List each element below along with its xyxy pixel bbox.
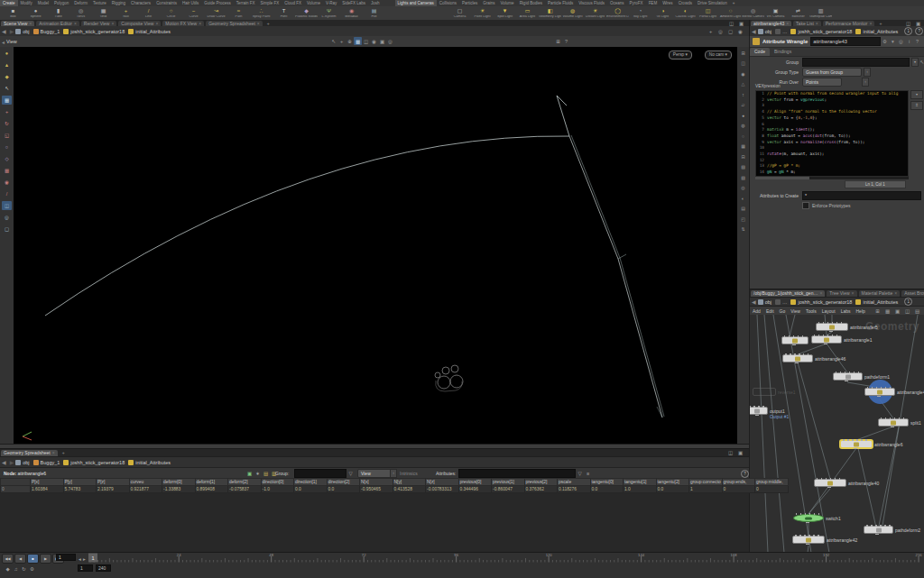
select-visible-icon[interactable]: ◆ bbox=[2, 72, 12, 81]
l-system-tool[interactable]: ΨL-System bbox=[318, 8, 340, 19]
sheet-attributes-field[interactable] bbox=[458, 469, 576, 478]
param-crumb-joshh-stick-generator18[interactable]: joshh_stick_generator18 bbox=[790, 29, 852, 34]
presets-icon[interactable]: ▾ bbox=[889, 38, 897, 46]
snap-grid-icon[interactable]: ▦ bbox=[2, 166, 12, 175]
sphere-tool[interactable]: ●Sphere bbox=[24, 8, 47, 19]
shelf-tab-volume[interactable]: Volume bbox=[304, 0, 323, 6]
snapshot-view-icon[interactable]: ◎ bbox=[739, 184, 748, 192]
view-layout-icon[interactable]: ◫ bbox=[739, 60, 748, 68]
portal-light-tool[interactable]: ◫Portal Light bbox=[697, 8, 719, 19]
shelf-tab-particle-fluids[interactable]: Particle Fluids bbox=[545, 0, 576, 6]
close-icon[interactable]: × bbox=[852, 290, 855, 296]
shelf-tab-lights-and-cameras[interactable]: Lights and Cameras bbox=[395, 0, 437, 6]
gi-light-tool[interactable]: ◑GI Light bbox=[651, 8, 674, 19]
platonic-solids-tool[interactable]: ◆Platonic Solids bbox=[295, 8, 318, 19]
shelf-tab-fem[interactable]: FEM bbox=[646, 0, 661, 6]
node-pathdeform1[interactable]: pathdeform1 bbox=[833, 372, 863, 381]
node-attribtransfer5[interactable]: attribtransfer5 bbox=[816, 323, 848, 331]
crumb-buggy-1[interactable]: Buggy_1 bbox=[33, 29, 60, 34]
crumb-joshh-stick-generator18[interactable]: joshh_stick_generator18 bbox=[63, 29, 125, 34]
file-tool[interactable]: ▤File bbox=[363, 8, 385, 19]
shelf-tab-rigging[interactable]: Rigging bbox=[109, 0, 128, 6]
current-frame-field[interactable] bbox=[56, 554, 76, 561]
snap-toggle-icon[interactable]: ▦ bbox=[354, 37, 362, 45]
node-switch1[interactable]: switch1 bbox=[793, 514, 824, 522]
grid-tool[interactable]: ▦Grid bbox=[92, 8, 115, 19]
nav-forward-icon[interactable]: ▶ bbox=[10, 28, 14, 34]
info-icon[interactable]: i bbox=[905, 38, 913, 46]
net-menu-edit[interactable]: Edit bbox=[766, 308, 774, 314]
net-menu-add[interactable]: Add bbox=[753, 308, 761, 314]
editor-menu-icon[interactable]: ▾ bbox=[910, 90, 923, 99]
sheet-tab-add[interactable]: + bbox=[60, 450, 68, 456]
path-tool[interactable]: ≈Path bbox=[227, 8, 250, 19]
material-icon[interactable]: ◍ bbox=[739, 122, 748, 130]
range-start-field[interactable] bbox=[78, 564, 93, 572]
filter-funnel-icon[interactable]: ▽ bbox=[576, 470, 584, 478]
shelf-tab-polygon[interactable]: Polygon bbox=[51, 0, 71, 6]
node-item[interactable] bbox=[781, 336, 808, 344]
draw-curve-tool[interactable]: ↝Draw Curve bbox=[205, 8, 227, 19]
sheet-crumb-buggy-1[interactable]: Buggy_1 bbox=[33, 460, 60, 465]
camera-link-icon[interactable]: ▢ bbox=[726, 27, 735, 35]
pose-icon[interactable]: ○ bbox=[2, 142, 12, 151]
crumb-obj[interactable]: obj bbox=[15, 29, 29, 34]
sheet-nav-back-icon[interactable]: ◀ bbox=[2, 459, 6, 465]
shelf-tab-rigid-bodies[interactable]: Rigid Bodies bbox=[517, 0, 545, 6]
sheet-crumb-initial-attributes[interactable]: initial_Attributes bbox=[128, 460, 171, 465]
play-reverse-button[interactable]: ◀ bbox=[14, 554, 26, 564]
curve-tool[interactable]: ~Curve bbox=[182, 8, 205, 19]
shelf-tab-constraints[interactable]: Constraints bbox=[153, 0, 180, 6]
lights-icon[interactable]: ○ bbox=[739, 132, 748, 140]
environment-light-tool[interactable]: ◯Environment Light bbox=[606, 8, 629, 19]
net-crumb-obj[interactable]: obj bbox=[758, 299, 772, 305]
spray-paint-tool[interactable]: ∴Spray Paint bbox=[250, 8, 273, 19]
target-icon[interactable]: ◎ bbox=[716, 27, 725, 35]
rotate-icon[interactable]: ↻ bbox=[2, 119, 12, 128]
pane-maximize-icon[interactable]: ▣ bbox=[736, 449, 744, 457]
net-nav-back-icon[interactable]: ◀ bbox=[752, 298, 756, 305]
shelf-tab-terrain-fx[interactable]: Terrain FX bbox=[234, 0, 258, 6]
circle-tool[interactable]: ○Circle bbox=[160, 8, 182, 19]
sheet-view-stepper[interactable]: ↕ bbox=[390, 469, 397, 478]
sky-light-tool[interactable]: ◔Sky Light bbox=[629, 8, 651, 19]
shelf-tab-guide-process[interactable]: Guide Process bbox=[201, 0, 234, 6]
column-list-icon[interactable]: ≡ bbox=[584, 470, 592, 478]
gear-icon[interactable]: ⚙ bbox=[881, 38, 889, 46]
node-split1[interactable]: split1 bbox=[878, 418, 909, 427]
keyframe-icon[interactable]: ◆ bbox=[4, 564, 12, 573]
group-field[interactable] bbox=[802, 58, 910, 67]
net-menu-layout[interactable]: Layout bbox=[822, 308, 836, 314]
camera-select-menu[interactable]: No cam ▾ bbox=[705, 50, 732, 60]
param-crumb-obj[interactable]: obj bbox=[758, 29, 772, 34]
lock-icon[interactable]: ◉ bbox=[736, 27, 744, 35]
net-crumb-joshh-stick-generator18[interactable]: joshh_stick_generator18 bbox=[790, 299, 852, 305]
jump-start-button[interactable]: ◀◀ bbox=[2, 554, 14, 564]
node-reverse1[interactable]: reverse1 bbox=[753, 388, 776, 396]
display-vectors-icon[interactable]: ↕ bbox=[739, 90, 748, 98]
shelf-tab-deform[interactable]: Deform bbox=[71, 0, 90, 6]
net-menu-tools[interactable]: Tools bbox=[806, 308, 817, 314]
shelf-tab-collisions[interactable]: Collisions bbox=[437, 0, 459, 6]
run-over-dropdown[interactable]: Points bbox=[802, 78, 842, 87]
net-tab-tree-view[interactable]: Tree View× bbox=[827, 290, 856, 297]
backface-icon[interactable]: ◰ bbox=[739, 215, 748, 223]
timeline-ruler[interactable]: 124487296120144168192216 bbox=[88, 553, 924, 563]
attributes-create-field[interactable]: * bbox=[802, 191, 921, 200]
select-lasso-icon[interactable]: ● bbox=[2, 49, 12, 58]
scale-icon[interactable]: ◱ bbox=[2, 131, 12, 140]
node-attribwrangle6[interactable]: attribwrangle6 bbox=[840, 440, 873, 448]
null-tool[interactable]: +Null bbox=[115, 8, 137, 19]
shelf-tab-oceans[interactable]: Oceans bbox=[607, 0, 627, 6]
onion-skin-icon[interactable]: ⇅ bbox=[739, 225, 748, 234]
node-attribwrangle1[interactable]: attribwrangle1 bbox=[811, 335, 842, 344]
net-menu-help[interactable]: Help bbox=[856, 308, 865, 314]
sheet-group-field[interactable] bbox=[294, 469, 346, 478]
network-canvas[interactable]: Geometry bbox=[750, 315, 924, 553]
net-menu-go[interactable]: Go bbox=[780, 308, 786, 314]
ik-handle-icon[interactable]: ◇ bbox=[2, 154, 12, 163]
sheet-crumb-joshh-stick-generator18[interactable]: joshh_stick_generator18 bbox=[63, 460, 125, 465]
shelf-tab-volume[interactable]: Volume bbox=[498, 0, 517, 6]
shelf-tab-sidefx-labs[interactable]: SideFX Labs bbox=[339, 0, 368, 6]
net-tab-obj-buggy-1-joshh-stick-gen[interactable]: /obj/Buggy_1/joshh_stick_gen…× bbox=[751, 290, 825, 297]
